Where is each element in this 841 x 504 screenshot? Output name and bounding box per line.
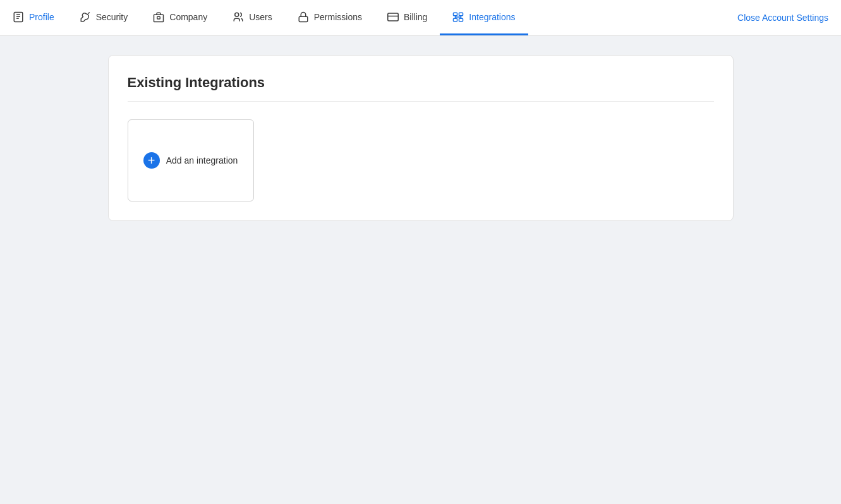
nav-label-profile: Profile bbox=[29, 12, 54, 22]
nav-item-integrations[interactable]: Integrations bbox=[440, 0, 528, 35]
nav-item-billing[interactable]: Billing bbox=[375, 0, 440, 35]
svg-rect-12 bbox=[459, 13, 463, 16]
card-title: Existing Integrations bbox=[128, 75, 714, 102]
nav-item-company[interactable]: Company bbox=[140, 0, 220, 35]
nav-item-profile[interactable]: Profile bbox=[0, 0, 67, 35]
svg-rect-11 bbox=[454, 13, 457, 16]
billing-icon bbox=[387, 11, 399, 23]
svg-rect-4 bbox=[154, 15, 164, 21]
svg-rect-6 bbox=[157, 16, 160, 19]
nav-label-company: Company bbox=[169, 12, 207, 22]
profile-icon bbox=[13, 11, 24, 23]
add-integration-icon: + bbox=[143, 152, 160, 169]
permissions-icon bbox=[298, 11, 309, 23]
nav-label-integrations: Integrations bbox=[469, 12, 515, 22]
nav-label-users: Users bbox=[249, 12, 272, 22]
close-account-settings-button[interactable]: Close Account Settings bbox=[725, 0, 841, 35]
integrations-grid: + Add an integration bbox=[128, 114, 714, 201]
nav-label-security: Security bbox=[96, 12, 128, 22]
main-content: Existing Integrations + Add an integrati… bbox=[0, 36, 841, 240]
svg-point-7 bbox=[235, 13, 239, 16]
svg-rect-13 bbox=[454, 18, 457, 21]
add-integration-label: Add an integration bbox=[166, 155, 238, 165]
nav-item-users[interactable]: Users bbox=[220, 0, 285, 35]
svg-rect-8 bbox=[299, 16, 308, 21]
nav-label-permissions: Permissions bbox=[314, 12, 362, 22]
svg-rect-14 bbox=[459, 18, 463, 21]
nav-item-security[interactable]: Security bbox=[67, 0, 141, 35]
users-icon bbox=[233, 11, 244, 23]
company-icon bbox=[153, 11, 164, 23]
integrations-card: Existing Integrations + Add an integrati… bbox=[108, 55, 734, 221]
nav-item-permissions[interactable]: Permissions bbox=[285, 0, 375, 35]
svg-rect-9 bbox=[388, 13, 399, 21]
integrations-icon bbox=[452, 11, 464, 23]
add-integration-card[interactable]: + Add an integration bbox=[128, 119, 254, 201]
nav-label-billing: Billing bbox=[404, 12, 427, 22]
top-nav: Profile Security Company bbox=[0, 0, 841, 36]
security-icon bbox=[80, 11, 91, 23]
